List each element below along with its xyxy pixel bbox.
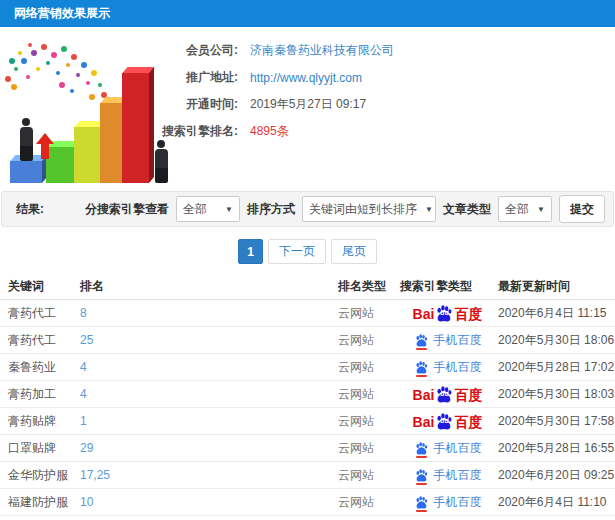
rank-type-cell: 云网站	[338, 386, 400, 403]
engine-view-label: 分搜索引擎查看	[85, 201, 169, 218]
results-table: 关键词 排名 排名类型 搜索引擎类型 最新更新时间 膏药代工 8 云网站 Bai…	[0, 274, 615, 520]
keyword-cell: 福建防护服	[0, 494, 80, 511]
rank-link[interactable]: 1	[80, 414, 338, 428]
sort-selected-value: 关键词由短到长排序	[309, 201, 417, 218]
rank-type-cell: 云网站	[338, 359, 400, 376]
table-row[interactable]: 膏药代工 8 云网站 Bai du 百度 2020年6月4日 11:15	[0, 300, 615, 327]
info-row-open-time: 开通时间: 2019年5月27日 09:17	[0, 91, 615, 118]
keyword-cell: 秦鲁药业	[0, 359, 80, 376]
mobile-baidu-logo: 手机百度	[414, 332, 482, 349]
table-row[interactable]: 膏药代工 25 云网站 手机百度 2020年5月30日 18:06	[0, 327, 615, 354]
promo-url-link[interactable]: http://www.qlyyjt.com	[250, 71, 362, 85]
dropdown-caret-icon: ▼	[417, 205, 433, 214]
search-engine-cell: Bai du 百度	[400, 386, 495, 403]
article-type-select[interactable]: 全部 ▼	[498, 196, 552, 222]
dropdown-caret-icon: ▼	[529, 205, 545, 214]
page-number-current[interactable]: 1	[238, 239, 263, 264]
update-time-cell: 2020年6月4日 11:15	[495, 305, 615, 322]
engine-view-selected-value: 全部	[183, 201, 207, 218]
page-title: 网络营销效果展示	[14, 5, 110, 22]
info-row-rank-count: 搜索引擎排名: 4895条	[0, 118, 615, 145]
keyword-cell: 膏药贴牌	[0, 413, 80, 430]
keyword-cell: 金华防护服	[0, 467, 80, 484]
mobile-baidu-text: 手机百度	[434, 440, 482, 457]
sort-label: 排序方式	[247, 201, 295, 218]
rank-link[interactable]: 25	[80, 333, 338, 347]
table-row[interactable]: 手机百度	[0, 516, 615, 520]
table-row[interactable]: 福建防护服 10 云网站 手机百度 2020年6月4日 11:10	[0, 489, 615, 516]
rank-link[interactable]: 17,25	[80, 468, 338, 482]
table-row[interactable]: 膏药贴牌 1 云网站 Bai du 百度 2020年5月30日 17:58	[0, 408, 615, 435]
search-engine-cell: 手机百度	[400, 467, 495, 484]
mobile-baidu-text: 手机百度	[434, 359, 482, 376]
baidu-paw-icon: du	[435, 386, 453, 403]
info-section: 会员公司: 济南秦鲁药业科技有限公司 推广地址: http://www.qlyy…	[0, 27, 615, 191]
mobile-baidu-logo: 手机百度	[414, 440, 482, 457]
keyword-cell: 膏药代工	[0, 332, 80, 349]
rank-link[interactable]: 4	[80, 387, 338, 401]
submit-button[interactable]: 提交	[559, 195, 605, 223]
mobile-baidu-text: 手机百度	[434, 494, 482, 511]
company-label: 会员公司:	[0, 42, 238, 59]
engine-view-select[interactable]: 全部 ▼	[176, 196, 240, 222]
bar-blue	[10, 161, 42, 183]
table-header-row: 关键词 排名 排名类型 搜索引擎类型 最新更新时间	[0, 274, 615, 300]
table-row[interactable]: 金华防护服 17,25 云网站 手机百度 2020年6月20日 09:25	[0, 462, 615, 489]
baidu-logo: Bai du 百度	[413, 386, 483, 403]
next-page-button[interactable]: 下一页	[268, 239, 326, 264]
table-row[interactable]: 口罩贴牌 29 云网站 手机百度 2020年5月28日 16:55	[0, 435, 615, 462]
update-time-cell: 2020年5月30日 18:06	[495, 332, 615, 349]
keyword-cell: 口罩贴牌	[0, 440, 80, 457]
baidu-paw-icon	[414, 361, 429, 374]
filter-bar: 结果: 分搜索引擎查看 全部 ▼ 排序方式 关键词由短到长排序 ▼ 文章类型 全…	[1, 191, 614, 227]
last-page-button[interactable]: 尾页	[331, 239, 377, 264]
mobile-baidu-logo: 手机百度	[414, 467, 482, 484]
company-link[interactable]: 济南秦鲁药业科技有限公司	[250, 42, 394, 59]
businessman-right	[153, 140, 169, 183]
baidu-du-text: du	[440, 413, 449, 429]
open-time-value: 2019年5月27日 09:17	[250, 96, 366, 113]
search-engine-cell: 手机百度	[400, 332, 495, 349]
update-time-cell: 2020年5月30日 17:58	[495, 413, 615, 430]
table-row[interactable]: 秦鲁药业 4 云网站 手机百度 2020年5月28日 17:02	[0, 354, 615, 381]
header-rank-type: 排名类型	[338, 278, 400, 295]
search-engine-cell: 手机百度	[400, 359, 495, 376]
update-time-cell: 2020年5月28日 17:02	[495, 359, 615, 376]
baidu-du-text: du	[440, 386, 449, 402]
table-body: 膏药代工 8 云网站 Bai du 百度 2020年6月4日 11:15 膏药代…	[0, 300, 615, 520]
mobile-baidu-logo: 手机百度	[414, 494, 482, 511]
baidu-logo-text: Bai	[413, 387, 435, 403]
baidu-paw-icon	[414, 442, 429, 455]
sort-select[interactable]: 关键词由短到长排序 ▼	[302, 196, 436, 222]
update-time-cell: 2020年5月28日 16:55	[495, 440, 615, 457]
search-engine-cell: Bai du 百度	[400, 305, 495, 322]
info-row-url: 推广地址: http://www.qlyyjt.com	[0, 64, 615, 91]
baidu-paw-icon: du	[435, 305, 453, 322]
search-engine-cell: Bai du 百度	[400, 413, 495, 430]
rank-type-cell: 云网站	[338, 332, 400, 349]
dropdown-caret-icon: ▼	[217, 205, 233, 214]
header-keyword: 关键词	[0, 278, 80, 295]
rank-link[interactable]: 4	[80, 360, 338, 374]
baidu-paw-icon: du	[435, 413, 453, 430]
search-engine-cell: 手机百度	[400, 494, 495, 511]
baidu-logo-text: Bai	[413, 414, 435, 430]
header-rank: 排名	[80, 278, 338, 295]
rank-type-cell: 云网站	[338, 305, 400, 322]
table-row[interactable]: 膏药加工 4 云网站 Bai du 百度 2020年5月30日 18:03	[0, 381, 615, 408]
article-type-selected-value: 全部	[505, 201, 529, 218]
article-type-label: 文章类型	[443, 201, 491, 218]
mobile-baidu-text: 手机百度	[434, 332, 482, 349]
keyword-cell: 膏药加工	[0, 386, 80, 403]
baidu-paw-icon	[414, 496, 429, 509]
search-engine-cell: 手机百度	[400, 440, 495, 457]
baidu-paw-icon	[414, 469, 429, 482]
baidu-logo: Bai du 百度	[413, 305, 483, 322]
rank-link[interactable]: 10	[80, 495, 338, 509]
rank-link[interactable]: 8	[80, 306, 338, 320]
baidu-du-text: du	[440, 305, 449, 321]
rank-link[interactable]: 29	[80, 441, 338, 455]
baidu-cn-text: 百度	[454, 414, 482, 430]
rank-type-cell: 云网站	[338, 413, 400, 430]
update-time-cell: 2020年6月4日 11:10	[495, 494, 615, 511]
